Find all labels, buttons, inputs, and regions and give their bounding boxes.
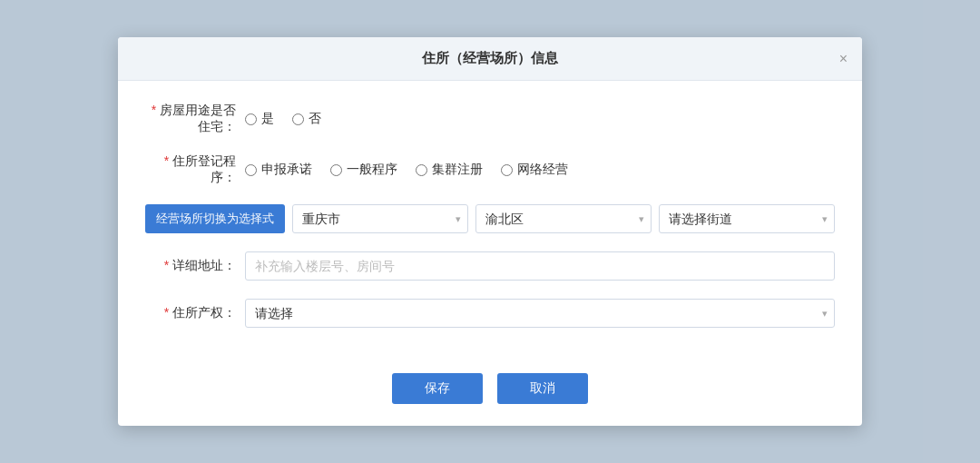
address-selector-row: 经营场所切换为选择式 重庆市 ▾ 渝北区 ▾ bbox=[145, 204, 835, 233]
residential-yes-radio[interactable] bbox=[245, 113, 257, 125]
reg-general-label: 一般程序 bbox=[347, 162, 397, 178]
property-row: 住所产权： 请选择 ▾ bbox=[145, 299, 835, 328]
property-select-wrapper: 请选择 ▾ bbox=[245, 299, 835, 328]
switch-button[interactable]: 经营场所切换为选择式 bbox=[145, 204, 285, 233]
reg-online-label: 网络经营 bbox=[517, 162, 568, 178]
detail-address-label: 详细地址： bbox=[145, 258, 245, 274]
dialog-footer: 保存 取消 bbox=[118, 364, 862, 426]
address-row: 经营场所切换为选择式 重庆市 ▾ 渝北区 ▾ bbox=[145, 204, 835, 233]
street-select[interactable]: 请选择街道 bbox=[659, 204, 835, 233]
district-select-wrapper: 渝北区 ▾ bbox=[475, 204, 652, 233]
reg-general-radio[interactable] bbox=[330, 164, 342, 176]
residential-no-label: 否 bbox=[309, 111, 321, 127]
save-button[interactable]: 保存 bbox=[392, 373, 483, 404]
reg-general-option[interactable]: 一般程序 bbox=[330, 162, 397, 178]
reg-commitment-option[interactable]: 申报承诺 bbox=[245, 162, 312, 178]
residential-row: 房屋用途是否住宅： 是 否 bbox=[145, 103, 835, 135]
cancel-button[interactable]: 取消 bbox=[497, 373, 588, 404]
detail-address-input[interactable] bbox=[245, 251, 835, 281]
dialog-header: 住所（经营场所）信息 × bbox=[118, 37, 862, 81]
residential-yes-option[interactable]: 是 bbox=[245, 111, 274, 127]
property-label: 住所产权： bbox=[145, 305, 245, 321]
dialog: 住所（经营场所）信息 × 房屋用途是否住宅： 是 否 bbox=[118, 37, 862, 426]
registration-row: 住所登记程序： 申报承诺 一般程序 集群注册 bbox=[145, 153, 835, 186]
dialog-title: 住所（经营场所）信息 bbox=[422, 50, 558, 67]
residential-label: 房屋用途是否住宅： bbox=[145, 103, 245, 135]
reg-commitment-radio[interactable] bbox=[245, 164, 257, 176]
residential-no-radio[interactable] bbox=[292, 113, 304, 125]
reg-online-option[interactable]: 网络经营 bbox=[501, 162, 568, 178]
overlay: 住所（经营场所）信息 × 房屋用途是否住宅： 是 否 bbox=[0, 0, 980, 463]
dialog-body: 房屋用途是否住宅： 是 否 住所登记程序： bbox=[118, 81, 862, 364]
residential-no-option[interactable]: 否 bbox=[292, 111, 321, 127]
city-select[interactable]: 重庆市 bbox=[292, 204, 468, 233]
reg-cluster-option[interactable]: 集群注册 bbox=[416, 162, 483, 178]
reg-online-radio[interactable] bbox=[501, 164, 513, 176]
residential-yes-label: 是 bbox=[261, 111, 274, 127]
reg-cluster-label: 集群注册 bbox=[432, 162, 483, 178]
city-select-wrapper: 重庆市 ▾ bbox=[292, 204, 468, 233]
reg-cluster-radio[interactable] bbox=[416, 164, 427, 176]
property-select[interactable]: 请选择 bbox=[245, 299, 835, 328]
close-button[interactable]: × bbox=[839, 52, 848, 66]
registration-label: 住所登记程序： bbox=[145, 153, 245, 186]
detail-address-row: 详细地址： bbox=[145, 251, 835, 281]
street-select-wrapper: 请选择街道 ▾ bbox=[659, 204, 835, 233]
reg-commitment-label: 申报承诺 bbox=[261, 162, 312, 178]
residential-radio-group: 是 否 bbox=[245, 111, 321, 127]
district-select[interactable]: 渝北区 bbox=[475, 204, 652, 233]
registration-radio-group: 申报承诺 一般程序 集群注册 网络经营 bbox=[245, 162, 568, 178]
